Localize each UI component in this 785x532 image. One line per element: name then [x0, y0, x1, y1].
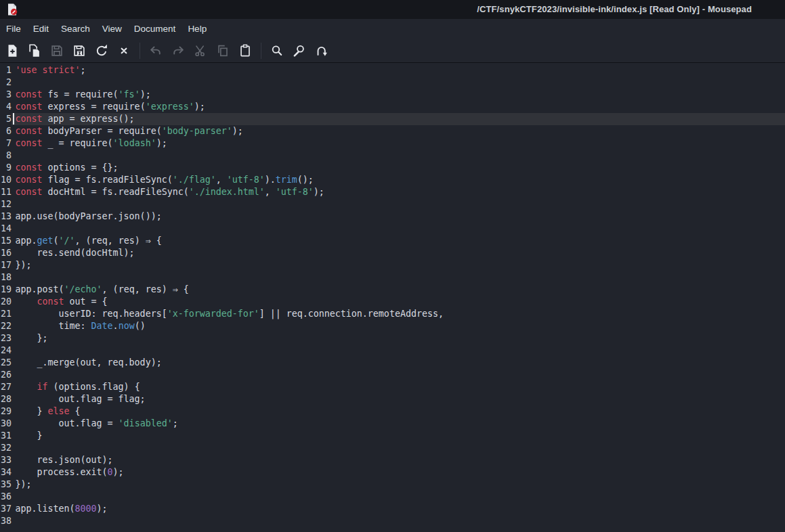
code-line-text [12, 345, 785, 357]
code-line[interactable]: 15app.get('/', (req, res) ⇒ { [0, 235, 785, 247]
code-line[interactable]: 2 [0, 76, 785, 89]
close-icon [117, 44, 131, 58]
save-icon [49, 43, 64, 58]
code-line[interactable]: 34 process.exit(0); [0, 466, 785, 479]
code-line[interactable]: 21 userID: req.headers['x-forwarded-for'… [0, 308, 785, 320]
go-to-line-button[interactable] [312, 41, 331, 60]
code-line[interactable]: 1'use strict'; [0, 64, 785, 76]
code-line[interactable]: 5const app = express(); [0, 113, 785, 125]
code-line[interactable]: 20 const out = { [0, 296, 785, 308]
code-area[interactable]: 1'use strict';23const fs = require('fs')… [0, 63, 785, 532]
code-line[interactable]: 4const express = require('express'); [0, 101, 785, 113]
line-number: 32 [0, 442, 12, 454]
open-document-button[interactable] [25, 41, 44, 60]
cut-button[interactable] [191, 41, 210, 60]
menu-edit[interactable]: Edit [27, 19, 55, 39]
code-line[interactable]: 24 [0, 345, 785, 357]
code-line[interactable]: 22 time: Date.now() [0, 320, 785, 332]
line-number: 22 [0, 320, 12, 332]
code-line[interactable]: 32 [0, 442, 785, 454]
code-line[interactable]: 17}); [0, 259, 785, 271]
toolbar-separator [261, 43, 261, 59]
code-line-text [12, 515, 785, 527]
save-button[interactable] [47, 41, 66, 60]
line-number: 14 [0, 223, 12, 235]
new-document-button[interactable] [3, 41, 22, 60]
code-line[interactable]: 8 [0, 150, 785, 162]
code-line[interactable]: 23 }; [0, 332, 785, 345]
cut-icon [193, 43, 208, 58]
line-number: 6 [0, 125, 12, 137]
code-line-text [12, 369, 785, 381]
code-line[interactable]: 11const docHtml = fs.readFileSync('./ind… [0, 186, 785, 198]
find-button[interactable] [268, 41, 287, 60]
code-line-text: const options = {}; [12, 162, 785, 174]
mousepad-document-icon [5, 3, 19, 16]
code-line[interactable]: 29 } else { [0, 405, 785, 418]
code-line-text: 'use strict'; [12, 64, 785, 76]
find-replace-button[interactable] [290, 41, 309, 60]
line-number: 7 [0, 137, 12, 150]
line-number: 23 [0, 332, 12, 345]
line-number: 1 [0, 64, 12, 76]
code-line[interactable]: 13app.use(bodyParser.json()); [0, 210, 785, 223]
code-line[interactable]: 25 _.merge(out, req.body); [0, 357, 785, 369]
code-line[interactable]: 9const options = {}; [0, 162, 785, 174]
code-line-text: const bodyParser = require('body-parser'… [12, 125, 785, 137]
code-line[interactable]: 10const flag = fs.readFileSync('./flag',… [0, 174, 785, 186]
code-line-text: const docHtml = fs.readFileSync('./index… [12, 186, 785, 198]
code-line-text: }); [12, 259, 785, 271]
code-line[interactable]: 28 out.flag = flag; [0, 393, 785, 405]
menu-help[interactable]: Help [182, 19, 213, 39]
code-line[interactable]: 37app.listen(8000); [0, 503, 785, 515]
menu-file[interactable]: File [0, 19, 27, 39]
code-line[interactable]: 27 if (options.flag) { [0, 381, 785, 393]
undo-button[interactable] [146, 41, 165, 60]
paste-icon [238, 43, 253, 58]
reload-button[interactable] [92, 41, 111, 60]
line-number: 31 [0, 430, 12, 442]
code-line-text [12, 198, 785, 210]
code-line-text: res.send(docHtml); [12, 247, 785, 259]
code-line[interactable]: 38 [0, 515, 785, 527]
close-button[interactable] [114, 41, 133, 60]
code-line[interactable]: 12 [0, 198, 785, 210]
line-number: 25 [0, 357, 12, 369]
code-line[interactable]: 31 } [0, 430, 785, 442]
menu-view[interactable]: View [96, 19, 128, 39]
code-line[interactable]: 18 [0, 271, 785, 284]
line-number: 35 [0, 479, 12, 491]
line-number: 38 [0, 515, 12, 527]
code-line[interactable]: 16 res.send(docHtml); [0, 247, 785, 259]
code-line-text: } else { [12, 405, 785, 418]
code-line-text: out.flag = 'disabled'; [12, 418, 785, 430]
menu-document[interactable]: Document [128, 19, 182, 39]
code-line[interactable]: 3const fs = require('fs'); [0, 89, 785, 101]
code-line-text: const express = require('express'); [12, 101, 785, 113]
line-number: 4 [0, 101, 12, 113]
paste-button[interactable] [236, 41, 255, 60]
reload-icon [94, 43, 109, 58]
line-number: 3 [0, 89, 12, 101]
code-line-text: app.get('/', (req, res) ⇒ { [12, 235, 785, 247]
line-number: 26 [0, 369, 12, 381]
code-line-text: app.listen(8000); [12, 503, 785, 515]
code-line[interactable]: 19app.post('/echo', (req, res) ⇒ { [0, 284, 785, 296]
code-line[interactable]: 6const bodyParser = require('body-parser… [0, 125, 785, 137]
copy-button[interactable] [213, 41, 232, 60]
code-line[interactable]: 35}); [0, 479, 785, 491]
menu-search[interactable]: Search [55, 19, 96, 39]
line-number: 17 [0, 259, 12, 271]
code-line[interactable]: 14 [0, 223, 785, 235]
line-number: 28 [0, 393, 12, 405]
code-line[interactable]: 30 out.flag = 'disabled'; [0, 418, 785, 430]
code-line[interactable]: 36 [0, 491, 785, 503]
code-line-text: process.exit(0); [12, 466, 785, 479]
line-number: 19 [0, 284, 12, 296]
code-line[interactable]: 26 [0, 369, 785, 381]
code-line-text [12, 76, 785, 89]
save-as-button[interactable] [70, 41, 89, 60]
code-line[interactable]: 33 res.json(out); [0, 454, 785, 466]
code-line[interactable]: 7const _ = require('lodash'); [0, 137, 785, 150]
redo-button[interactable] [169, 41, 188, 60]
